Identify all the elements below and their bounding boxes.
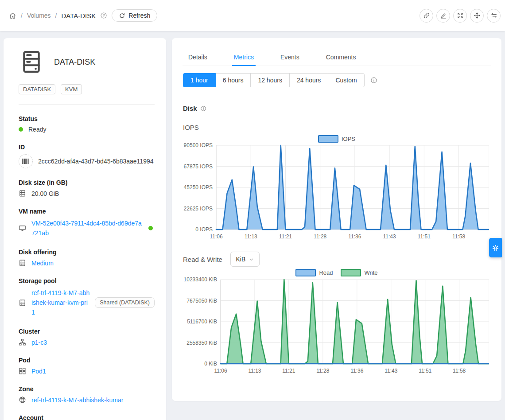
- question-circle-icon[interactable]: [100, 12, 107, 19]
- field-storage-pool: Storage pool ref-trl-4119-k-M7-abhishek-…: [19, 277, 155, 317]
- field-disk-size: Disk size (in GB) 20.00 GiB: [19, 179, 155, 197]
- tab-events[interactable]: Events: [280, 49, 299, 66]
- write-swatch: [341, 269, 361, 276]
- breadcrumb: / Volumes / DATA-DISK Refresh: [9, 0, 157, 31]
- svg-text:0 KiB: 0 KiB: [204, 361, 217, 367]
- read-write-legend: Read Write: [172, 269, 501, 276]
- svg-text:11:28: 11:28: [314, 233, 326, 240]
- range-custom-button[interactable]: Custom: [328, 73, 364, 87]
- range-1-hour-button[interactable]: 1 hour: [183, 73, 216, 87]
- storage-pool-link[interactable]: ref-trl-4119-k-M7-abhishek-kumar-kvm-pri…: [31, 288, 89, 317]
- range-24-hours-button[interactable]: 24 hours: [289, 73, 328, 87]
- move-button[interactable]: [470, 9, 484, 23]
- legend-label: Write: [364, 269, 377, 276]
- svg-text:7675050 KiB: 7675050 KiB: [186, 298, 217, 304]
- field-label: ID: [19, 144, 155, 151]
- link-icon: [423, 12, 430, 19]
- home-icon[interactable]: [9, 12, 16, 19]
- database-icon: [19, 190, 26, 197]
- read-write-title: Read & Write: [183, 256, 222, 263]
- database-icon: [19, 259, 26, 267]
- field-label: Pod: [19, 357, 155, 364]
- top-bar: / Volumes / DATA-DISK Refresh: [0, 0, 505, 31]
- field-label: Zone: [19, 385, 155, 393]
- svg-text:11:06: 11:06: [214, 368, 227, 374]
- iops-chart-title: IOPS: [183, 124, 199, 131]
- legend-item-read[interactable]: Read: [295, 269, 333, 276]
- field-label: Account: [19, 414, 155, 420]
- range-12-hours-button[interactable]: 12 hours: [250, 73, 289, 87]
- refresh-button[interactable]: Refresh: [112, 9, 157, 22]
- global-icon: [19, 396, 26, 404]
- time-range-group: 1 hour 6 hours 12 hours 24 hours Custom: [183, 73, 365, 87]
- tab-comments[interactable]: Comments: [326, 49, 356, 66]
- storage-scope-badge: Shared (DATADISK): [95, 297, 155, 308]
- svg-text:11:51: 11:51: [418, 233, 431, 240]
- disk-section-title: Disk: [183, 105, 206, 112]
- disk-offering-link[interactable]: Medium: [31, 260, 54, 267]
- time-range-row: 1 hour 6 hours 12 hours 24 hours Custom: [183, 73, 377, 87]
- legend-label: IOPS: [342, 136, 355, 142]
- field-label: Storage pool: [19, 277, 155, 284]
- read-swatch: [295, 269, 316, 276]
- field-zone: Zone ref-trl-4119-k-M7-abhishek-kumar: [19, 385, 155, 404]
- page-title: DATA-DISK: [54, 58, 95, 67]
- svg-text:67875 IOPS: 67875 IOPS: [184, 163, 213, 170]
- svg-text:11:21: 11:21: [282, 368, 295, 374]
- svg-text:11:28: 11:28: [316, 368, 329, 374]
- zone-link[interactable]: ref-trl-4119-k-M7-abhishek-kumar: [31, 397, 123, 404]
- link-button[interactable]: [420, 9, 433, 23]
- field-cluster: Cluster p1-c3: [19, 328, 155, 346]
- svg-text:11:36: 11:36: [350, 368, 363, 374]
- svg-text:5116700 KiB: 5116700 KiB: [187, 319, 217, 325]
- barcode-icon: [19, 154, 33, 168]
- legend-label: Read: [319, 269, 333, 276]
- unit-select-value: KiB: [236, 256, 246, 263]
- legend-item-write[interactable]: Write: [341, 269, 377, 276]
- breadcrumb-volumes-link[interactable]: Volumes: [27, 12, 51, 19]
- cluster-link[interactable]: p1-c3: [31, 339, 47, 346]
- gear-icon: [491, 244, 500, 252]
- volume-icon: [21, 51, 42, 74]
- vm-name-link[interactable]: VM-52e00f43-7911-4dc4-85bd-d69de7a721ab: [31, 218, 143, 238]
- chevron-down-icon: [249, 257, 254, 262]
- svg-text:11:51: 11:51: [419, 368, 431, 374]
- divider: [19, 104, 155, 105]
- disk-size-value: 20.00 GiB: [31, 190, 59, 197]
- pod-link[interactable]: Pod1: [31, 368, 46, 375]
- tag-datadisk[interactable]: DATADISK: [19, 84, 55, 94]
- unit-select[interactable]: KiB: [230, 252, 260, 267]
- cluster-icon: [19, 338, 26, 346]
- tag-kvm[interactable]: KVM: [61, 84, 82, 94]
- volume-info-card: DATA-DISK DATADISK KVM Status Ready ID 2…: [4, 38, 166, 420]
- tag-row: DATADISK KVM: [19, 84, 155, 94]
- fullscreen-button[interactable]: [453, 9, 467, 23]
- svg-text:2558350 KiB: 2558350 KiB: [186, 340, 217, 346]
- settings-drawer-button[interactable]: [489, 238, 502, 257]
- volume-id-value: 2ccc62dd-af4a-43d7-bd45-6b83aae11994: [38, 158, 154, 165]
- legend-item-iops[interactable]: IOPS: [318, 135, 355, 143]
- svg-text:0 IOPS: 0 IOPS: [195, 226, 213, 233]
- fullscreen-icon: [457, 12, 464, 19]
- range-6-hours-button[interactable]: 6 hours: [215, 73, 251, 87]
- tab-metrics[interactable]: Metrics: [234, 49, 254, 66]
- read-write-chart: 0 KiB2558350 KiB5116700 KiB7675050 KiB10…: [183, 267, 489, 379]
- info-circle-icon[interactable]: [370, 77, 377, 84]
- resource-header: DATA-DISK: [21, 51, 155, 74]
- detail-card: Details Metrics Events Comments 1 hour 6…: [172, 38, 501, 401]
- page: / Volumes / DATA-DISK Refresh: [0, 0, 505, 420]
- status-dot: [19, 127, 23, 132]
- iops-legend: IOPS: [172, 135, 501, 143]
- field-pod: Pod Pod1: [19, 357, 155, 375]
- svg-text:11:13: 11:13: [245, 233, 257, 240]
- field-label: Status: [19, 115, 155, 122]
- info-circle-icon[interactable]: [200, 105, 206, 112]
- swap-button[interactable]: [487, 9, 501, 23]
- tab-details[interactable]: Details: [188, 49, 207, 66]
- svg-text:10233400 KiB: 10233400 KiB: [184, 276, 217, 283]
- svg-text:11:58: 11:58: [453, 368, 466, 374]
- edit-button[interactable]: [436, 9, 450, 23]
- breadcrumb-separator: /: [55, 12, 57, 19]
- refresh-label: Refresh: [128, 12, 150, 19]
- svg-text:11:13: 11:13: [248, 368, 261, 374]
